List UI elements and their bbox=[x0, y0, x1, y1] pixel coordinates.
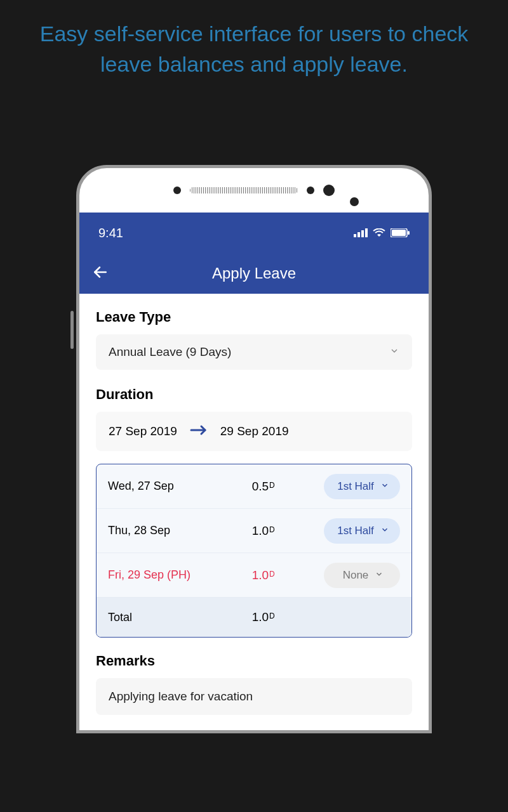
phone-side-button bbox=[70, 311, 74, 349]
svg-rect-6 bbox=[408, 231, 410, 235]
phone-notch bbox=[79, 180, 429, 201]
arrow-left-icon bbox=[92, 264, 109, 280]
half-day-select[interactable]: 1st Half bbox=[324, 474, 400, 499]
leave-type-select[interactable]: Annual Leave (9 Days) bbox=[96, 334, 412, 370]
svg-rect-2 bbox=[361, 230, 364, 237]
wifi-icon bbox=[373, 228, 385, 237]
day-amount: 0.5D bbox=[252, 480, 324, 494]
page-title: Apply Leave bbox=[79, 265, 429, 282]
status-bar: 9:41 bbox=[79, 213, 429, 253]
promo-headline: Easy self-service interface for users to… bbox=[0, 0, 508, 79]
remarks-input[interactable]: Applying leave for vacation bbox=[96, 678, 412, 715]
camera-dot-icon bbox=[323, 185, 335, 196]
arrow-right-icon bbox=[190, 423, 208, 440]
total-row: Total1.0D bbox=[97, 598, 411, 637]
day-row: Fri, 29 Sep (PH)1.0DNone bbox=[97, 553, 411, 598]
leave-type-label: Leave Type bbox=[96, 309, 412, 325]
day-amount: 1.0D bbox=[252, 524, 324, 538]
speaker-grille-icon bbox=[190, 187, 298, 193]
date-range-picker[interactable]: 27 Sep 2019 29 Sep 2019 bbox=[96, 412, 412, 451]
chevron-down-icon bbox=[375, 569, 384, 582]
half-day-select: None bbox=[324, 563, 400, 588]
duration-label: Duration bbox=[96, 386, 412, 403]
phone-frame: 9:41 Apply Leave Leave Type Annual Leave… bbox=[76, 165, 432, 733]
remarks-label: Remarks bbox=[96, 653, 412, 669]
day-label: Thu, 28 Sep bbox=[108, 524, 252, 537]
day-row: Wed, 27 Sep0.5D1st Half bbox=[97, 464, 411, 509]
svg-rect-3 bbox=[365, 228, 368, 237]
day-amount: 1.0D bbox=[252, 568, 324, 582]
duration-breakdown-card: Wed, 27 Sep0.5D1st Half Thu, 28 Sep1.0D1… bbox=[96, 464, 412, 638]
sensor-dot-icon bbox=[307, 187, 314, 194]
leave-type-value: Annual Leave (9 Days) bbox=[109, 345, 231, 359]
date-to: 29 Sep 2019 bbox=[220, 424, 289, 438]
sensor-dot-icon bbox=[173, 187, 181, 194]
total-amount: 1.0D bbox=[252, 610, 324, 624]
date-from: 27 Sep 2019 bbox=[109, 424, 177, 438]
signal-icon bbox=[354, 228, 368, 237]
status-time: 9:41 bbox=[98, 226, 123, 240]
total-label: Total bbox=[108, 611, 252, 624]
svg-rect-5 bbox=[392, 230, 406, 236]
nav-bar: Apply Leave bbox=[79, 253, 429, 294]
day-label: Fri, 29 Sep (PH) bbox=[108, 568, 252, 582]
chevron-down-icon bbox=[380, 525, 389, 537]
day-label: Wed, 27 Sep bbox=[108, 480, 252, 493]
sensor-dot-icon bbox=[350, 197, 359, 206]
chevron-down-icon bbox=[389, 345, 399, 359]
svg-rect-0 bbox=[354, 234, 356, 237]
back-button[interactable] bbox=[92, 264, 109, 283]
day-row: Thu, 28 Sep1.0D1st Half bbox=[97, 509, 411, 553]
chevron-down-icon bbox=[380, 480, 389, 493]
battery-icon bbox=[391, 228, 410, 237]
svg-rect-1 bbox=[358, 232, 360, 237]
half-day-select[interactable]: 1st Half bbox=[324, 518, 400, 544]
